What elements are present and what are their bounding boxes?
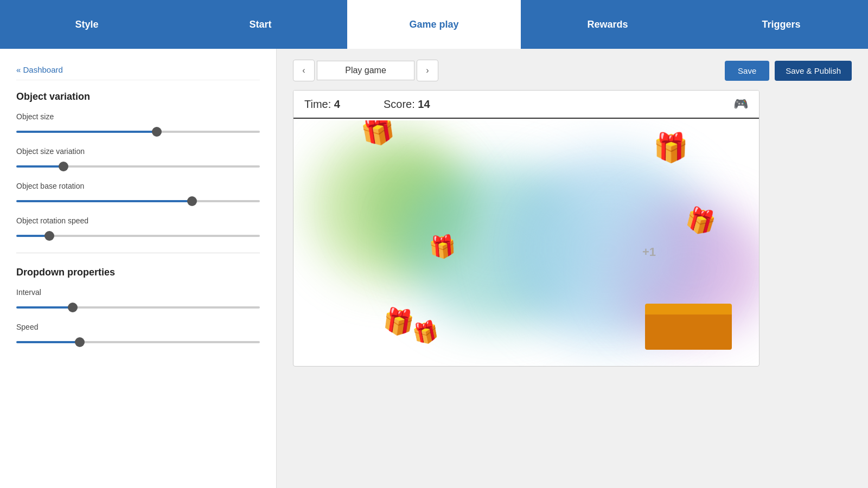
gift-top-right: 🎁 — [653, 131, 688, 164]
object-variation-title: Object variation — [16, 91, 260, 102]
object-rotation-speed-group: Object rotation speed — [16, 216, 260, 239]
game-time: Time: 4 — [304, 98, 340, 111]
gift-center: 🎁 — [428, 233, 457, 261]
object-size-variation-slider[interactable] — [16, 165, 260, 168]
nav-style[interactable]: Style — [0, 0, 174, 49]
object-rotation-speed-slider[interactable] — [16, 235, 260, 237]
interval-slider[interactable] — [16, 306, 260, 309]
main-content: « Dashboard Object variation Object size… — [0, 49, 868, 488]
score-popup: +1 — [642, 245, 656, 259]
game-background: 🎁 🎁 🎁 🎁 🎁 🎁 +1 — [293, 120, 759, 366]
time-label: Time: — [304, 98, 331, 110]
orange-box — [645, 306, 732, 350]
object-base-rotation-slider[interactable] — [16, 200, 260, 202]
object-size-variation-group: Object size variation — [16, 147, 260, 170]
gift-bottom-left: 🎁 — [381, 305, 416, 338]
speed-slider[interactable] — [16, 341, 260, 343]
right-panel: ‹ Play game › Save Save & Publish Time: … — [277, 49, 868, 488]
header-actions: Save Save & Publish — [725, 61, 852, 81]
nav-rewards[interactable]: Rewards — [521, 0, 694, 49]
game-area: Time: 4 Score: 14 🎮 🎁 — [293, 90, 760, 367]
object-size-slider[interactable] — [16, 131, 260, 133]
object-base-rotation-label: Object base rotation — [16, 182, 260, 190]
next-arrow-icon: › — [426, 66, 429, 75]
nav-gameplay[interactable]: Game play — [347, 0, 521, 49]
prev-arrow-icon: ‹ — [302, 66, 305, 75]
game-score: Score: 14 — [384, 98, 430, 111]
score-value: 14 — [418, 98, 430, 110]
section-divider — [16, 253, 260, 253]
orange-box-top — [645, 304, 732, 314]
save-button[interactable]: Save — [725, 61, 769, 81]
nav-start[interactable]: Start — [174, 0, 347, 49]
time-value: 4 — [334, 98, 340, 110]
gift-bottom-left2: 🎁 — [411, 318, 441, 347]
next-button[interactable]: › — [417, 60, 438, 81]
play-game-label: Play game — [317, 61, 414, 80]
save-publish-button[interactable]: Save & Publish — [775, 61, 852, 81]
gamepad-icon: 🎮 — [733, 97, 748, 111]
top-nav: Style Start Game play Rewards Triggers — [0, 0, 868, 49]
prev-button[interactable]: ‹ — [293, 60, 315, 81]
panel-header: ‹ Play game › Save Save & Publish — [293, 60, 852, 81]
object-size-variation-label: Object size variation — [16, 147, 260, 156]
game-header: Time: 4 Score: 14 🎮 — [293, 91, 759, 119]
dashboard-link[interactable]: « Dashboard — [16, 60, 260, 80]
object-size-group: Object size — [16, 112, 260, 135]
interval-label: Interval — [16, 288, 260, 297]
dropdown-properties-title: Dropdown properties — [16, 267, 260, 278]
nav-triggers[interactable]: Triggers — [694, 0, 868, 49]
object-base-rotation-group: Object base rotation — [16, 182, 260, 204]
speed-group: Speed — [16, 323, 260, 345]
sidebar: « Dashboard Object variation Object size… — [0, 49, 277, 488]
score-label: Score: — [384, 98, 415, 110]
object-rotation-speed-label: Object rotation speed — [16, 216, 260, 225]
object-size-label: Object size — [16, 112, 260, 121]
speed-label: Speed — [16, 323, 260, 331]
interval-group: Interval — [16, 288, 260, 311]
